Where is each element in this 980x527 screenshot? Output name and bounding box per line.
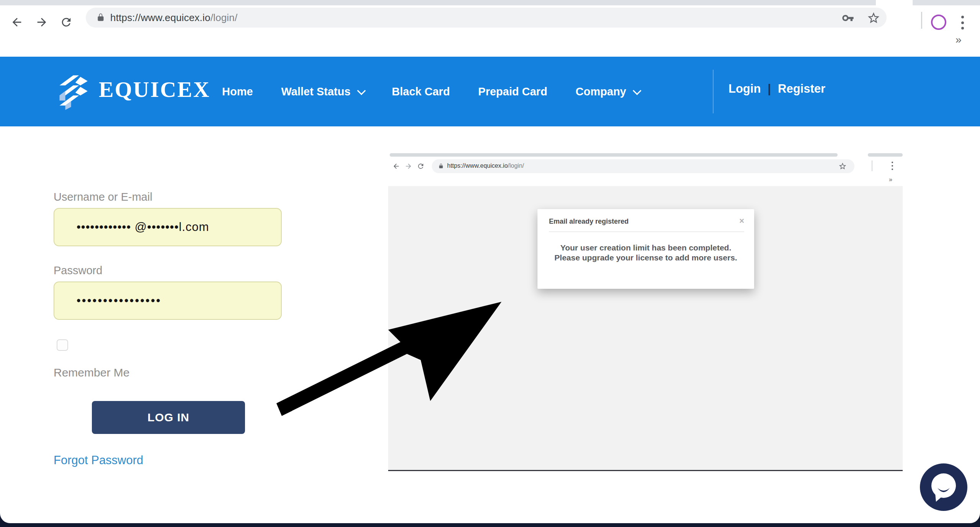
profile-avatar[interactable]	[931, 15, 946, 30]
modal-divider	[549, 231, 744, 232]
inset-url-text: https://www.equicex.io/login/	[447, 162, 524, 169]
inset-toolbar-divider	[872, 160, 872, 171]
url-bar[interactable]: https://www.equicex.io/login/	[86, 8, 887, 28]
alert-modal: Email already registered × Your user cre…	[537, 209, 754, 289]
password-field[interactable]: ••••••••••••••••	[54, 282, 282, 320]
brand-wordmark[interactable]: EQUICEX	[99, 77, 211, 102]
nav-item-wallet-status[interactable]: Wallet Status	[281, 85, 364, 98]
inset-bookmark-star-icon	[838, 162, 847, 170]
inset-forward-icon	[405, 162, 412, 170]
inset-toolbar: https://www.equicex.io/login/	[388, 157, 903, 175]
username-label: Username or E-mail	[54, 191, 152, 203]
auth-separator: |	[768, 82, 771, 96]
browser-toolbar: https://www.equicex.io/login/	[0, 5, 980, 34]
modal-body-text: Your user creation limit has been comple…	[547, 243, 745, 263]
inset-url-bar: https://www.equicex.io/login/	[432, 159, 854, 173]
chat-widget-button[interactable]	[920, 463, 967, 511]
main-nav: Home Wallet Status Black Card Prepaid Ca…	[222, 57, 639, 126]
equicex-logo-icon[interactable]	[57, 72, 93, 110]
password-key-icon[interactable]	[842, 12, 854, 24]
inset-url-domain: https://www.equicex.io	[447, 162, 508, 169]
inset-back-icon	[392, 162, 400, 170]
chevron-down-icon	[633, 87, 642, 95]
forward-icon[interactable]	[35, 16, 48, 29]
register-link[interactable]: Register	[778, 82, 825, 96]
bookmarks-overflow-chevrons[interactable]: »	[956, 34, 962, 46]
modal-title: Email already registered	[549, 218, 629, 226]
header-divider	[713, 70, 714, 113]
tab-strip-gap	[876, 0, 913, 5]
screen: https://www.equicex.io/login/ »	[0, 0, 980, 527]
browser-menu-icon[interactable]	[961, 16, 964, 29]
lock-icon	[96, 13, 106, 23]
login-link[interactable]: Login	[728, 82, 761, 96]
bookmark-star-icon[interactable]	[867, 11, 880, 25]
toolbar-divider	[921, 12, 922, 29]
annotation-arrow	[268, 283, 513, 429]
modal-close-icon[interactable]: ×	[739, 216, 744, 226]
remember-me-label: Remember Me	[54, 366, 129, 379]
nav-item-company[interactable]: Company	[576, 85, 639, 98]
url-text: https://www.equicex.io/login/	[110, 12, 237, 24]
username-field[interactable]: •••••••••••• @•••••••l.com	[54, 208, 282, 246]
remember-me-checkbox[interactable]	[57, 339, 68, 351]
inset-tab-strip-right	[868, 153, 903, 157]
back-icon[interactable]	[10, 16, 23, 29]
forgot-password-link[interactable]: Forgot Password	[54, 453, 143, 467]
password-label: Password	[54, 264, 102, 277]
inset-reload-icon	[417, 162, 425, 170]
site-header: EQUICEX Home Wallet Status Black Card Pr…	[0, 57, 980, 126]
login-button[interactable]: LOG IN	[92, 401, 245, 434]
url-domain: https://www.equicex.io	[110, 12, 211, 23]
reload-icon[interactable]	[60, 16, 73, 29]
page-bottom-rounded-edge	[0, 513, 980, 523]
nav-item-prepaid-card[interactable]: Prepaid Card	[478, 85, 547, 98]
inset-tab-strip	[390, 153, 838, 157]
inset-lock-icon	[438, 163, 444, 169]
inset-url-path: /login/	[508, 162, 524, 169]
auth-links: Login | Register	[728, 57, 825, 121]
tab-strip	[0, 0, 980, 5]
inset-menu-icon	[892, 162, 893, 170]
nav-item-black-card[interactable]: Black Card	[392, 85, 450, 98]
chevron-down-icon	[357, 87, 366, 95]
url-path: /login/	[211, 12, 238, 23]
nav-item-home[interactable]: Home	[222, 85, 253, 98]
inset-bookmarks-overflow: »	[889, 176, 892, 183]
